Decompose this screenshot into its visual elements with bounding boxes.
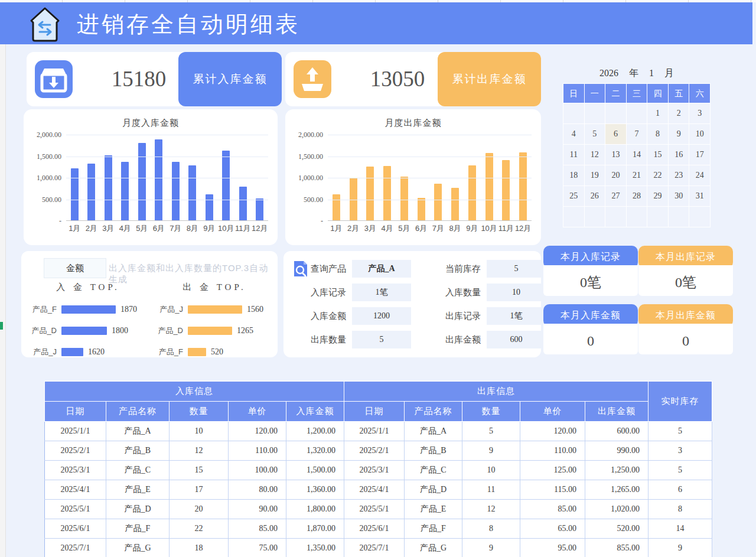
calendar-day[interactable]: 22 — [647, 165, 668, 185]
table-cell: 2025/3/1 — [344, 461, 405, 480]
table-cell: 90.00 — [229, 500, 286, 519]
x-tick-label: 4月 — [117, 223, 134, 234]
y-tick-label: 500.00 — [304, 196, 323, 204]
calendar-day[interactable]: 14 — [627, 145, 647, 165]
table-cell: 1,250.00 — [585, 461, 649, 480]
amount-toggle-button[interactable]: 金额 — [44, 258, 106, 278]
calendar-day[interactable]: 23 — [669, 165, 689, 185]
x-tick-label: 10月 — [218, 223, 235, 234]
top3-value: 520 — [211, 347, 223, 357]
calendar-day[interactable]: 6 — [605, 124, 626, 144]
calendar-day[interactable]: 8 — [647, 124, 668, 144]
bar-7月 — [172, 162, 180, 220]
bar-6月 — [418, 198, 425, 220]
total-inbound-button[interactable]: 累计入库金额 — [178, 52, 282, 106]
table-cell: 1,320.00 — [286, 441, 344, 461]
bar-11月 — [502, 160, 510, 220]
top3-item: 产品_F520 — [152, 341, 276, 363]
table-cell: 20 — [170, 500, 229, 519]
calendar-day[interactable]: 18 — [563, 165, 584, 185]
query-value[interactable]: 10 — [487, 284, 546, 301]
calendar-day[interactable]: 4 — [563, 124, 584, 144]
table-row: 2025/4/1产品_E1780.001,360.002025/4/1产品_D1… — [45, 480, 712, 500]
calendar-day[interactable]: 25 — [563, 186, 584, 206]
table-cell: 产品_F — [106, 519, 170, 539]
calendar-day[interactable]: 2 — [669, 103, 689, 123]
table-cell: 12 — [462, 500, 520, 519]
table-cell: 8 — [649, 500, 712, 519]
calendar-day[interactable]: 16 — [669, 145, 689, 165]
top3-value: 1870 — [120, 305, 137, 314]
calendar-day[interactable]: 7 — [627, 124, 647, 144]
table-cell: 9 — [649, 539, 712, 557]
top3-bar — [61, 327, 107, 335]
home-icon[interactable] — [30, 6, 60, 42]
outbound-top3: 出 金 TOP. 产品_J1560产品_D1265产品_F520 — [152, 282, 276, 363]
table-cell: 12 — [170, 441, 229, 461]
top3-value: 1560 — [247, 305, 263, 314]
calendar-day[interactable]: 17 — [689, 145, 710, 165]
gridline — [66, 157, 268, 157]
calendar-day[interactable]: 31 — [689, 186, 710, 206]
query-value[interactable]: 600 — [487, 331, 546, 348]
calendar-day[interactable]: 24 — [689, 165, 710, 185]
calendar-day[interactable]: 30 — [669, 186, 689, 206]
calendar-day[interactable]: 1 — [647, 103, 668, 123]
x-tick-label: 7月 — [430, 223, 447, 234]
calendar-day[interactable]: 10 — [689, 124, 710, 144]
calendar-day[interactable]: 19 — [585, 165, 605, 185]
calendar-day[interactable]: 13 — [605, 145, 626, 165]
calendar-day[interactable]: 5 — [585, 124, 605, 144]
realtime-stock-header: 实时库存 — [649, 382, 712, 422]
calendar-day[interactable]: 9 — [669, 124, 689, 144]
column-header: 单价 — [229, 402, 286, 422]
table-cell: 产品_E — [106, 480, 170, 500]
kpi-card-inbound: 15180 累计入库金额 — [27, 52, 282, 106]
calendar-day[interactable]: 3 — [689, 103, 710, 123]
calendar-day[interactable]: 28 — [627, 186, 647, 206]
table-cell: 产品_C — [405, 461, 462, 480]
table-cell: 3 — [649, 441, 712, 461]
x-tick-label: 10月 — [481, 223, 498, 234]
gridline — [66, 135, 268, 135]
top3-card: 金额 出入库金额和出入库数量的TOP.3自动生成 入 金 TOP. 产品_F18… — [21, 251, 278, 357]
calendar-weekday: 三 — [627, 84, 647, 103]
query-product-select[interactable]: 产品_A — [352, 260, 411, 278]
top3-bar — [61, 348, 83, 356]
table-cell: 2025/2/1 — [344, 441, 405, 461]
query-value[interactable]: 1笔 — [487, 307, 546, 325]
calendar-day[interactable]: 12 — [585, 145, 605, 165]
x-tick-label: 6月 — [151, 223, 168, 234]
outbound-top3-title: 出 金 TOP. — [152, 282, 276, 293]
calendar-year-month: 2026年1月 — [563, 67, 711, 80]
calendar-day[interactable]: 11 — [563, 145, 584, 165]
inbound-group-header: 入库信息 — [45, 382, 344, 402]
x-tick-label: 3月 — [100, 223, 117, 234]
calendar-day[interactable]: 15 — [647, 145, 668, 165]
x-tick-label: 11月 — [498, 223, 515, 234]
y-tick-label: 1,500.00 — [298, 152, 323, 161]
table-cell: 95.00 — [520, 539, 585, 557]
calendar-day[interactable]: 26 — [585, 186, 605, 206]
total-outbound-button[interactable]: 累计出库金额 — [438, 52, 541, 106]
query-label: 出库数量 — [289, 334, 346, 346]
table-cell: 2025/1/1 — [344, 422, 405, 441]
column-header: 入库金额 — [286, 402, 344, 422]
query-value[interactable]: 5 — [352, 331, 411, 348]
calendar-day[interactable]: 29 — [647, 186, 668, 206]
calendar-day[interactable]: 20 — [605, 165, 626, 185]
bar-5月 — [138, 143, 146, 220]
top3-value: 1265 — [237, 326, 253, 335]
table-cell: 产品_F — [405, 519, 462, 539]
query-value[interactable]: 5 — [487, 260, 546, 278]
month-card-value: 0 — [638, 324, 733, 354]
column-header: 日期 — [45, 402, 106, 422]
query-value[interactable]: 1笔 — [352, 284, 411, 301]
calendar-day[interactable]: 21 — [627, 165, 647, 185]
calendar-day[interactable]: 27 — [605, 186, 626, 206]
gridline — [66, 200, 268, 200]
column-header: 数量 — [462, 402, 520, 422]
top3-product-name: 产品_F — [26, 304, 57, 315]
query-value[interactable]: 1200 — [352, 307, 411, 325]
inbound-top3: 入 金 TOP. 产品_F1870产品_D1800产品_J1620 — [26, 282, 150, 363]
